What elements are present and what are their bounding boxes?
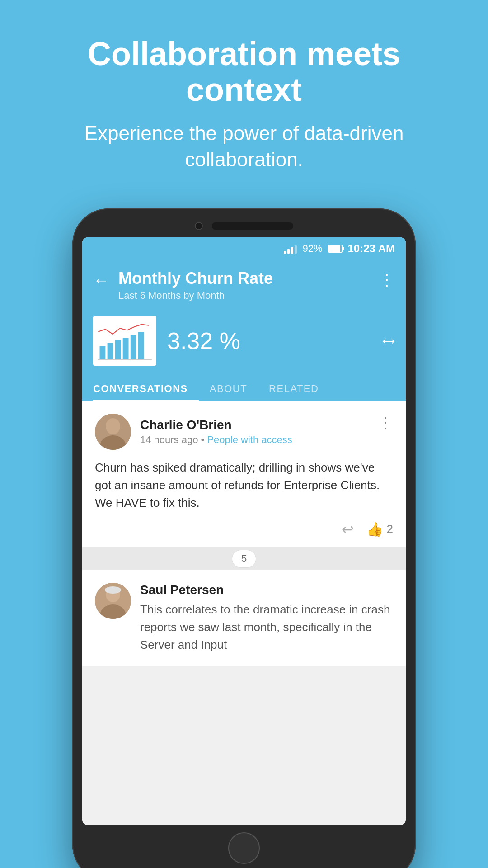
avatar-charlie-img	[95, 414, 131, 450]
signal-bar-1	[284, 251, 286, 254]
chart-svg	[96, 320, 154, 363]
page-title: Monthly Churn Rate	[118, 269, 273, 288]
chart-section: 3.32 % ⤢	[82, 309, 406, 377]
svg-rect-4	[131, 335, 136, 359]
home-button[interactable]	[228, 832, 260, 864]
header-left: ← Monthly Churn Rate Last 6 Months by Mo…	[93, 269, 273, 302]
phone-bottom-bar	[82, 832, 406, 864]
status-bar: 92% 10:23 AM	[82, 237, 406, 260]
header-title-block: Monthly Churn Rate Last 6 Months by Mont…	[118, 269, 273, 302]
conv-2-author: Saul Petersen	[140, 583, 393, 597]
svg-rect-2	[115, 340, 121, 360]
svg-rect-0	[100, 346, 106, 359]
hero-subtitle: Experience the power of data-driven coll…	[27, 120, 461, 172]
conversation-card-2: Saul Petersen This correlates to the dra…	[82, 570, 406, 666]
page-subtitle: Last 6 Months by Month	[118, 290, 273, 302]
conv-2-content: Saul Petersen This correlates to the dra…	[140, 583, 393, 654]
phone-screen: 92% 10:23 AM ← Monthly Churn Rate Last 6…	[82, 237, 406, 825]
svg-rect-5	[138, 332, 144, 359]
conv-meta: Charlie O'Brien 14 hours ago • People wi…	[140, 418, 292, 446]
battery-icon	[328, 245, 343, 253]
signal-bar-4	[295, 245, 297, 254]
thumbs-up-icon: 👍	[366, 521, 383, 537]
conv-more-icon[interactable]: ⋮	[378, 414, 393, 432]
tab-about[interactable]: ABOUT	[210, 377, 258, 401]
tabs-bar: CONVERSATIONS ABOUT RELATED	[82, 377, 406, 401]
conv-actions: ↩ 👍 2	[95, 521, 393, 538]
app-header: ← Monthly Churn Rate Last 6 Months by Mo…	[82, 260, 406, 309]
phone-top-bar	[82, 222, 406, 230]
signal-bar-3	[291, 247, 293, 254]
avatar-saul-img	[95, 583, 131, 619]
conv-body: Churn has spiked dramatically; drilling …	[95, 459, 393, 512]
avatar	[95, 414, 131, 450]
tab-conversations[interactable]: CONVERSATIONS	[93, 377, 199, 401]
signal-bar-2	[287, 249, 290, 254]
battery-percent: 92%	[302, 243, 322, 255]
conversations-area: Charlie O'Brien 14 hours ago • People wi…	[82, 401, 406, 666]
conv-2-body: This correlates to the dramatic increase…	[140, 601, 393, 654]
status-time: 10:23 AM	[348, 242, 395, 255]
tab-related[interactable]: RELATED	[269, 377, 329, 401]
thread-bubble-container: 5	[82, 547, 406, 570]
phone-wrapper: 92% 10:23 AM ← Monthly Churn Rate Last 6…	[72, 208, 416, 868]
conversation-card: Charlie O'Brien 14 hours ago • People wi…	[82, 401, 406, 547]
reply-button[interactable]: ↩	[342, 521, 354, 538]
conv-author-name: Charlie O'Brien	[140, 418, 292, 432]
svg-rect-3	[123, 338, 129, 359]
conv-header-left: Charlie O'Brien 14 hours ago • People wi…	[95, 414, 292, 450]
avatar-saul	[95, 583, 131, 619]
thread-count-bubble[interactable]: 5	[232, 550, 256, 568]
hero-title: Collaboration meets context	[27, 36, 461, 108]
svg-point-12	[105, 586, 121, 594]
expand-icon[interactable]: ⤢	[378, 330, 399, 352]
back-button[interactable]: ←	[93, 271, 109, 290]
conv-access: People with access	[207, 434, 292, 445]
conv-time: 14 hours ago • People with access	[140, 434, 292, 446]
svg-point-8	[106, 418, 120, 434]
hero-section: Collaboration meets context Experience t…	[0, 0, 488, 199]
chart-thumbnail[interactable]	[93, 316, 156, 366]
phone-camera	[195, 222, 203, 230]
phone-speaker	[212, 222, 293, 230]
battery-fill	[329, 245, 340, 252]
svg-rect-1	[108, 343, 113, 359]
conv-header: Charlie O'Brien 14 hours ago • People wi…	[95, 414, 393, 450]
phone-outer: 92% 10:23 AM ← Monthly Churn Rate Last 6…	[72, 208, 416, 868]
chart-value: 3.32 %	[167, 327, 240, 354]
signal-icon	[284, 244, 297, 254]
chart-left: 3.32 %	[93, 316, 240, 366]
like-button[interactable]: 👍 2	[366, 521, 393, 537]
like-count: 2	[387, 522, 393, 536]
more-options-icon[interactable]: ⋮	[379, 271, 395, 290]
